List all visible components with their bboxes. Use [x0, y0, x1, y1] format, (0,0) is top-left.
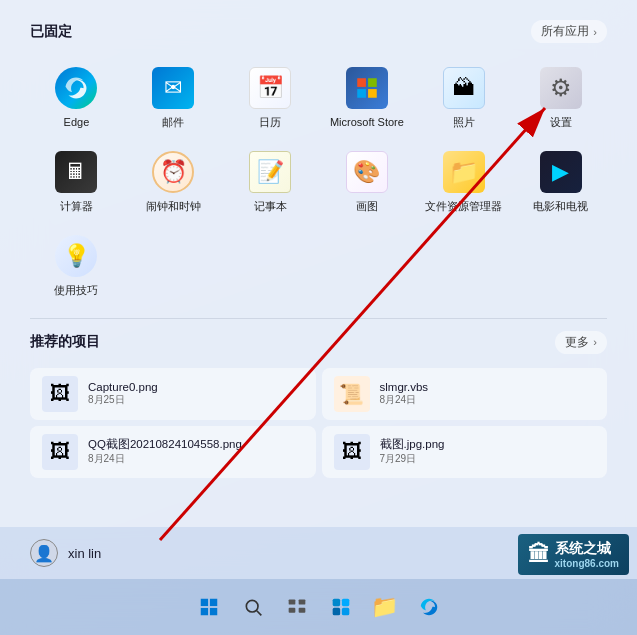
rec-info-0: Capture0.png 8月25日 — [88, 381, 158, 407]
app-item-notepad[interactable]: 📝 记事本 — [224, 141, 317, 221]
tips-label: 使用技巧 — [54, 284, 98, 297]
all-apps-button[interactable]: 所有应用 › — [531, 20, 607, 43]
app-item-photos[interactable]: 🏔 照片 — [417, 57, 510, 137]
notepad-icon-shape: 📝 — [249, 151, 291, 193]
pinned-title: 已固定 — [30, 23, 72, 41]
clock-icon: ⏰ — [150, 149, 196, 195]
svg-rect-14 — [298, 600, 305, 605]
svg-rect-2 — [357, 78, 366, 87]
rec-info-1: slmgr.vbs 8月24日 — [380, 381, 429, 407]
svg-rect-8 — [209, 599, 216, 606]
paint-label: 画图 — [356, 200, 378, 213]
notepad-icon: 📝 — [247, 149, 293, 195]
taskbar-taskview-button[interactable] — [277, 587, 317, 627]
paint-icon: 🎨 — [344, 149, 390, 195]
mail-label: 邮件 — [162, 116, 184, 129]
taskbar-search-button[interactable] — [233, 587, 273, 627]
app-item-tips[interactable]: 💡 使用技巧 — [30, 225, 123, 305]
rec-name-1: slmgr.vbs — [380, 381, 429, 393]
app-item-calculator[interactable]: 🖩 计算器 — [30, 141, 123, 221]
calendar-icon: 📅 — [247, 65, 293, 111]
user-name: xin lin — [68, 546, 101, 561]
mail-icon: ✉ — [150, 65, 196, 111]
rec-item-3[interactable]: 🖼 截图.jpg.png 7月29日 — [322, 426, 608, 478]
svg-rect-9 — [200, 608, 207, 615]
rec-item-1[interactable]: 📜 slmgr.vbs 8月24日 — [322, 368, 608, 420]
rec-item-2[interactable]: 🖼 QQ截图20210824104558.png 8月24日 — [30, 426, 316, 478]
watermark-title: 系统之城 — [555, 540, 619, 558]
rec-icon-3: 🖼 — [334, 434, 370, 470]
section-divider — [30, 318, 607, 319]
taskbar-start-button[interactable] — [189, 587, 229, 627]
tips-icon: 💡 — [53, 233, 99, 279]
app-item-clock[interactable]: ⏰ 闹钟和时钟 — [127, 141, 220, 221]
rec-info-2: QQ截图20210824104558.png 8月24日 — [88, 437, 242, 466]
svg-line-12 — [256, 611, 261, 616]
rec-name-3: 截图.jpg.png — [380, 437, 445, 452]
watermark-subtitle: xitong86.com — [555, 558, 619, 569]
svg-rect-18 — [341, 599, 349, 607]
watermark: 🏛 系统之城 xitong86.com — [518, 534, 629, 575]
rec-date-3: 7月29日 — [380, 452, 445, 466]
rec-name-2: QQ截图20210824104558.png — [88, 437, 242, 452]
rec-item-0[interactable]: 🖼 Capture0.png 8月25日 — [30, 368, 316, 420]
photos-icon: 🏔 — [441, 65, 487, 111]
more-label: 更多 — [565, 334, 589, 351]
app-item-paint[interactable]: 🎨 画图 — [321, 141, 414, 221]
calendar-icon-shape: 📅 — [249, 67, 291, 109]
edge-icon — [53, 65, 99, 111]
explorer-label: 文件资源管理器 — [425, 200, 502, 213]
recommended-title: 推荐的项目 — [30, 333, 100, 351]
store-icon — [344, 65, 390, 111]
settings-label: 设置 — [550, 116, 572, 129]
svg-rect-20 — [341, 608, 349, 616]
all-apps-arrow: › — [593, 26, 597, 38]
app-item-explorer[interactable]: 📁 文件资源管理器 — [417, 141, 510, 221]
app-item-store[interactable]: Microsoft Store — [321, 57, 414, 137]
more-arrow: › — [593, 336, 597, 348]
svg-rect-5 — [368, 89, 377, 98]
app-item-mail[interactable]: ✉ 邮件 — [127, 57, 220, 137]
explorer-icon: 📁 — [441, 149, 487, 195]
rec-date-0: 8月25日 — [88, 393, 158, 407]
movies-icon-shape: ▶ — [540, 151, 582, 193]
rec-date-1: 8月24日 — [380, 393, 429, 407]
mail-icon-shape: ✉ — [152, 67, 194, 109]
user-info[interactable]: 👤 xin lin — [30, 539, 101, 567]
pinned-apps-grid: Edge ✉ 邮件 📅 日历 — [30, 57, 607, 306]
store-icon-shape — [346, 67, 388, 109]
svg-rect-7 — [200, 599, 207, 606]
svg-rect-4 — [357, 89, 366, 98]
svg-point-11 — [246, 600, 258, 612]
svg-rect-10 — [209, 608, 216, 615]
calculator-icon: 🖩 — [53, 149, 99, 195]
movies-icon: ▶ — [538, 149, 584, 195]
pinned-section-header: 已固定 所有应用 › — [30, 20, 607, 43]
settings-icon: ⚙ — [538, 65, 584, 111]
taskbar-edge-button[interactable] — [409, 587, 449, 627]
app-item-edge[interactable]: Edge — [30, 57, 123, 137]
all-apps-label: 所有应用 — [541, 23, 589, 40]
more-button[interactable]: 更多 › — [555, 331, 607, 354]
app-item-calendar[interactable]: 📅 日历 — [224, 57, 317, 137]
taskbar: 📁 — [0, 579, 637, 635]
calculator-icon-shape: 🖩 — [55, 151, 97, 193]
clock-label: 闹钟和时钟 — [146, 200, 201, 213]
tips-icon-shape: 💡 — [55, 235, 97, 277]
user-avatar: 👤 — [30, 539, 58, 567]
app-item-settings[interactable]: ⚙ 设置 — [514, 57, 607, 137]
taskbar-explorer-button[interactable]: 📁 — [365, 587, 405, 627]
svg-rect-16 — [298, 608, 305, 613]
settings-icon-shape: ⚙ — [540, 67, 582, 109]
rec-icon-0: 🖼 — [42, 376, 78, 412]
edge-label: Edge — [64, 116, 90, 129]
clock-icon-shape: ⏰ — [152, 151, 194, 193]
svg-rect-19 — [332, 608, 340, 616]
app-item-movies[interactable]: ▶ 电影和电视 — [514, 141, 607, 221]
calendar-label: 日历 — [259, 116, 281, 129]
photos-label: 照片 — [453, 116, 475, 129]
store-label: Microsoft Store — [330, 116, 404, 129]
explorer-icon-shape: 📁 — [443, 151, 485, 193]
taskbar-widgets-button[interactable] — [321, 587, 361, 627]
paint-icon-shape: 🎨 — [346, 151, 388, 193]
